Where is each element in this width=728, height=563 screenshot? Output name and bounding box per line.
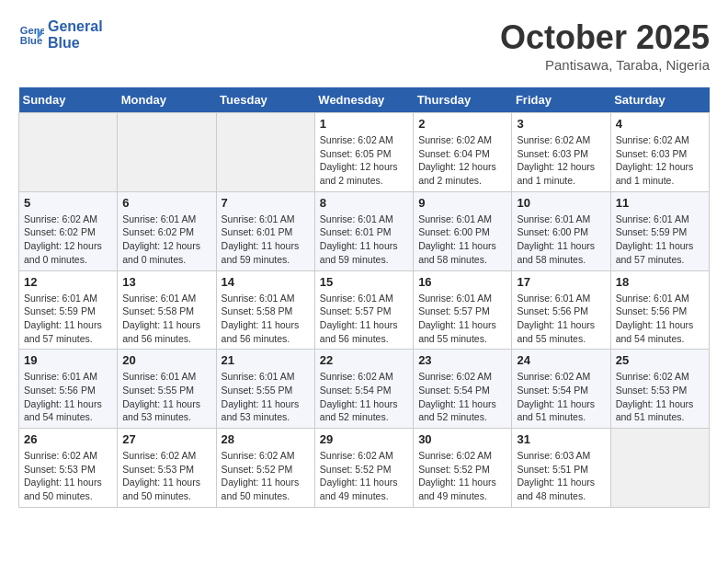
day-number: 24 bbox=[517, 353, 605, 367]
day-number: 27 bbox=[122, 432, 210, 446]
day-info: Sunrise: 6:03 AMSunset: 5:51 PMDaylight:… bbox=[517, 449, 605, 503]
calendar-cell: 22Sunrise: 6:02 AMSunset: 5:54 PMDayligh… bbox=[314, 350, 413, 429]
day-number: 22 bbox=[320, 353, 408, 367]
day-info: Sunrise: 6:01 AMSunset: 5:58 PMDaylight:… bbox=[222, 292, 310, 346]
logo-icon: General Blue bbox=[18, 22, 44, 48]
calendar-cell: 26Sunrise: 6:02 AMSunset: 5:53 PMDayligh… bbox=[19, 429, 118, 508]
calendar-cell: 20Sunrise: 6:01 AMSunset: 5:55 PMDayligh… bbox=[118, 350, 216, 429]
calendar-week-4: 19Sunrise: 6:01 AMSunset: 5:56 PMDayligh… bbox=[19, 350, 710, 429]
day-info: Sunrise: 6:02 AMSunset: 6:02 PMDaylight:… bbox=[24, 213, 112, 267]
day-info: Sunrise: 6:02 AMSunset: 5:52 PMDaylight:… bbox=[222, 449, 310, 503]
day-number: 28 bbox=[222, 432, 310, 446]
day-header-tuesday: Tuesday bbox=[216, 87, 314, 113]
day-header-sunday: Sunday bbox=[19, 87, 118, 113]
calendar-week-5: 26Sunrise: 6:02 AMSunset: 5:53 PMDayligh… bbox=[19, 429, 710, 508]
day-info: Sunrise: 6:01 AMSunset: 5:55 PMDaylight:… bbox=[122, 370, 210, 424]
calendar-cell: 25Sunrise: 6:02 AMSunset: 5:53 PMDayligh… bbox=[610, 350, 709, 429]
logo-line1: General bbox=[48, 18, 103, 35]
calendar-cell: 29Sunrise: 6:02 AMSunset: 5:52 PMDayligh… bbox=[314, 429, 413, 508]
day-number: 5 bbox=[24, 196, 112, 210]
day-info: Sunrise: 6:01 AMSunset: 5:57 PMDaylight:… bbox=[320, 292, 408, 346]
calendar-cell: 24Sunrise: 6:02 AMSunset: 5:54 PMDayligh… bbox=[512, 350, 610, 429]
day-info: Sunrise: 6:02 AMSunset: 5:53 PMDaylight:… bbox=[24, 449, 112, 503]
calendar-cell: 5Sunrise: 6:02 AMSunset: 6:02 PMDaylight… bbox=[19, 191, 118, 270]
title-area: October 2025 Pantisawa, Taraba, Nigeria bbox=[500, 18, 710, 73]
day-info: Sunrise: 6:01 AMSunset: 5:55 PMDaylight:… bbox=[222, 370, 310, 424]
day-number: 21 bbox=[222, 353, 310, 367]
day-info: Sunrise: 6:01 AMSunset: 6:00 PMDaylight:… bbox=[517, 213, 605, 267]
day-info: Sunrise: 6:02 AMSunset: 6:03 PMDaylight:… bbox=[517, 133, 605, 188]
day-number: 20 bbox=[122, 353, 210, 367]
calendar-cell: 6Sunrise: 6:01 AMSunset: 6:02 PMDaylight… bbox=[118, 191, 216, 270]
day-info: Sunrise: 6:01 AMSunset: 5:59 PMDaylight:… bbox=[616, 213, 704, 267]
day-number: 12 bbox=[24, 275, 112, 289]
day-number: 29 bbox=[320, 432, 408, 446]
calendar-cell: 11Sunrise: 6:01 AMSunset: 5:59 PMDayligh… bbox=[610, 191, 709, 270]
day-number: 31 bbox=[517, 432, 605, 446]
day-number: 13 bbox=[122, 275, 210, 289]
day-info: Sunrise: 6:01 AMSunset: 5:58 PMDaylight:… bbox=[122, 292, 210, 346]
day-number: 9 bbox=[418, 196, 506, 210]
day-info: Sunrise: 6:01 AMSunset: 5:56 PMDaylight:… bbox=[517, 292, 605, 346]
day-number: 2 bbox=[418, 117, 506, 131]
calendar-cell: 23Sunrise: 6:02 AMSunset: 5:54 PMDayligh… bbox=[414, 350, 512, 429]
calendar-cell: 1Sunrise: 6:02 AMSunset: 6:05 PMDaylight… bbox=[314, 113, 413, 192]
day-info: Sunrise: 6:01 AMSunset: 5:56 PMDaylight:… bbox=[616, 292, 704, 346]
calendar-week-2: 5Sunrise: 6:02 AMSunset: 6:02 PMDaylight… bbox=[19, 191, 710, 270]
day-number: 4 bbox=[616, 117, 704, 131]
calendar-cell bbox=[216, 113, 314, 192]
calendar-header-row: SundayMondayTuesdayWednesdayThursdayFrid… bbox=[19, 87, 710, 113]
calendar-cell: 30Sunrise: 6:02 AMSunset: 5:52 PMDayligh… bbox=[414, 429, 512, 508]
day-info: Sunrise: 6:02 AMSunset: 6:03 PMDaylight:… bbox=[616, 133, 704, 188]
day-number: 17 bbox=[517, 275, 605, 289]
calendar-cell: 3Sunrise: 6:02 AMSunset: 6:03 PMDaylight… bbox=[512, 113, 610, 192]
calendar-cell: 18Sunrise: 6:01 AMSunset: 5:56 PMDayligh… bbox=[610, 270, 709, 350]
day-number: 15 bbox=[320, 275, 408, 289]
calendar-cell: 8Sunrise: 6:01 AMSunset: 6:01 PMDaylight… bbox=[314, 191, 413, 270]
calendar-title: October 2025 bbox=[500, 18, 710, 57]
day-number: 19 bbox=[24, 353, 112, 367]
day-number: 23 bbox=[418, 353, 506, 367]
day-info: Sunrise: 6:01 AMSunset: 5:56 PMDaylight:… bbox=[24, 370, 112, 424]
day-info: Sunrise: 6:02 AMSunset: 5:52 PMDaylight:… bbox=[320, 449, 408, 503]
day-number: 18 bbox=[616, 275, 704, 289]
day-info: Sunrise: 6:02 AMSunset: 6:04 PMDaylight:… bbox=[418, 133, 506, 188]
calendar-cell: 16Sunrise: 6:01 AMSunset: 5:57 PMDayligh… bbox=[414, 270, 512, 350]
day-header-saturday: Saturday bbox=[610, 87, 709, 113]
day-number: 7 bbox=[222, 196, 310, 210]
header: General Blue General Blue October 2025 P… bbox=[18, 18, 710, 73]
day-header-friday: Friday bbox=[512, 87, 610, 113]
calendar-cell: 19Sunrise: 6:01 AMSunset: 5:56 PMDayligh… bbox=[19, 350, 118, 429]
day-number: 8 bbox=[320, 196, 408, 210]
calendar-cell: 31Sunrise: 6:03 AMSunset: 5:51 PMDayligh… bbox=[512, 429, 610, 508]
calendar-cell: 15Sunrise: 6:01 AMSunset: 5:57 PMDayligh… bbox=[314, 270, 413, 350]
day-number: 26 bbox=[24, 432, 112, 446]
day-info: Sunrise: 6:01 AMSunset: 5:59 PMDaylight:… bbox=[24, 292, 112, 346]
calendar-cell: 4Sunrise: 6:02 AMSunset: 6:03 PMDaylight… bbox=[610, 113, 709, 192]
calendar-cell: 10Sunrise: 6:01 AMSunset: 6:00 PMDayligh… bbox=[512, 191, 610, 270]
day-number: 3 bbox=[517, 117, 605, 131]
day-number: 10 bbox=[517, 196, 605, 210]
calendar-week-1: 1Sunrise: 6:02 AMSunset: 6:05 PMDaylight… bbox=[19, 113, 710, 192]
day-info: Sunrise: 6:02 AMSunset: 5:54 PMDaylight:… bbox=[418, 370, 506, 424]
logo-line2: Blue bbox=[48, 35, 103, 52]
day-info: Sunrise: 6:01 AMSunset: 6:01 PMDaylight:… bbox=[320, 213, 408, 267]
calendar-cell: 17Sunrise: 6:01 AMSunset: 5:56 PMDayligh… bbox=[512, 270, 610, 350]
day-info: Sunrise: 6:01 AMSunset: 6:00 PMDaylight:… bbox=[418, 213, 506, 267]
calendar-table: SundayMondayTuesdayWednesdayThursdayFrid… bbox=[18, 87, 710, 508]
day-number: 14 bbox=[222, 275, 310, 289]
calendar-cell bbox=[610, 429, 709, 508]
calendar-cell: 28Sunrise: 6:02 AMSunset: 5:52 PMDayligh… bbox=[216, 429, 314, 508]
day-number: 30 bbox=[418, 432, 506, 446]
calendar-subtitle: Pantisawa, Taraba, Nigeria bbox=[500, 57, 710, 73]
day-info: Sunrise: 6:02 AMSunset: 5:54 PMDaylight:… bbox=[517, 370, 605, 424]
day-info: Sunrise: 6:02 AMSunset: 5:54 PMDaylight:… bbox=[320, 370, 408, 424]
day-number: 1 bbox=[320, 117, 408, 131]
day-header-wednesday: Wednesday bbox=[314, 87, 413, 113]
calendar-cell bbox=[19, 113, 118, 192]
calendar-cell: 12Sunrise: 6:01 AMSunset: 5:59 PMDayligh… bbox=[19, 270, 118, 350]
calendar-cell: 7Sunrise: 6:01 AMSunset: 6:01 PMDaylight… bbox=[216, 191, 314, 270]
day-info: Sunrise: 6:02 AMSunset: 5:53 PMDaylight:… bbox=[616, 370, 704, 424]
day-info: Sunrise: 6:01 AMSunset: 5:57 PMDaylight:… bbox=[418, 292, 506, 346]
calendar-cell bbox=[118, 113, 216, 192]
